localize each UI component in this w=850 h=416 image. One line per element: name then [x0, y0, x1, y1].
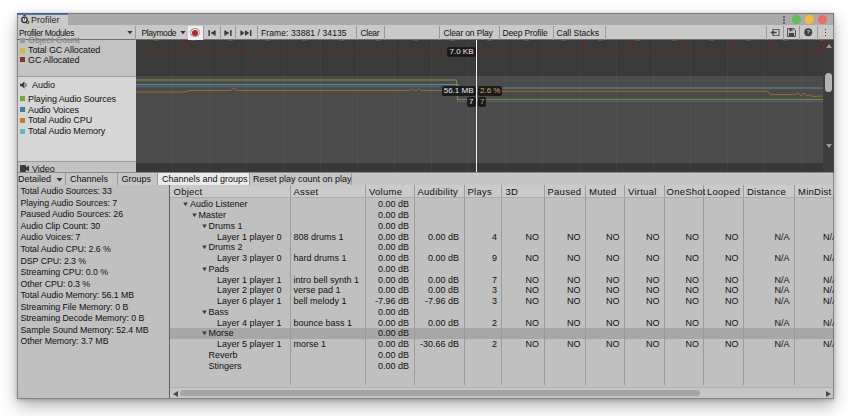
svg-text:?: ?	[807, 30, 811, 36]
